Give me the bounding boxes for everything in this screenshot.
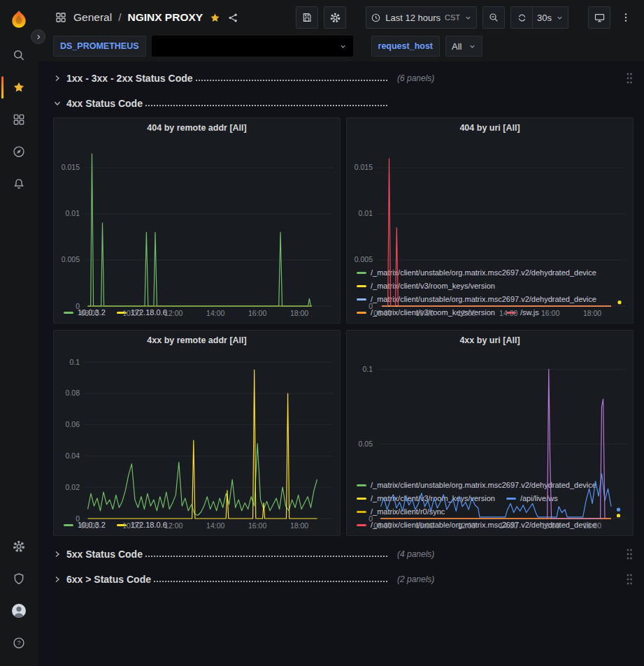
more-options-kebab-menu[interactable]: [617, 8, 634, 27]
refresh-icon: [517, 13, 527, 23]
panel-title[interactable]: 4xx by uri [All]: [347, 331, 633, 350]
breadcrumb-separator: /: [118, 11, 121, 24]
sidebar-item-help[interactable]: ?: [0, 627, 38, 659]
clock-icon: [371, 13, 381, 23]
star-filled-icon: [209, 12, 221, 24]
svg-text:14:00: 14:00: [206, 521, 224, 530]
panel-title[interactable]: 404 by uri [All]: [347, 118, 633, 138]
timeseries-chart[interactable]: 00.050.108:0010:0012:0014:0016:0018:00: [347, 350, 633, 478]
shield-icon: [12, 572, 26, 586]
zoom-out-icon: [488, 12, 499, 23]
refresh-interval-dropdown[interactable]: 30s: [533, 6, 568, 29]
refresh-dashboard-button[interactable]: [510, 6, 533, 29]
refresh-interval-value: 30s: [537, 13, 552, 23]
favorite-star-button[interactable]: [209, 12, 221, 24]
apps-icon: [55, 11, 67, 24]
svg-text:0.06: 0.06: [66, 420, 80, 428]
svg-text:08:00: 08:00: [373, 521, 392, 530]
svg-text:16:00: 16:00: [541, 521, 559, 530]
svg-text:10:00: 10:00: [415, 521, 434, 530]
main-area: General / NGINX PROXY: [38, 0, 644, 666]
timeseries-chart[interactable]: 00.020.040.060.080.108:0010:0012:0014:00…: [54, 350, 340, 518]
chevron-right-icon: [53, 575, 62, 584]
breadcrumb-folder[interactable]: General: [73, 11, 112, 24]
row-1xx-3xx-2xx[interactable]: 1xx - 3xx - 2xx Status Code (6 panels): [53, 67, 634, 89]
dashboard-canvas: 1xx - 3xx - 2xx Status Code (6 panels): [38, 61, 644, 666]
timeseries-chart[interactable]: 00.0050.010.01508:0010:0012:0014:0016:00…: [347, 138, 633, 266]
chevron-right-icon: [53, 550, 62, 558]
dashboards-grid-icon: [12, 113, 26, 126]
row-drag-handle[interactable]: [625, 572, 634, 586]
share-icon: [227, 12, 239, 24]
chevron-down-icon: [468, 43, 476, 50]
navbar-actions: Last 12 hours CST: [296, 6, 634, 29]
sidebar-item-alerting[interactable]: [0, 168, 38, 200]
row-4xx[interactable]: 4xx Status Code: [53, 92, 634, 115]
grafana-app: ? General / NGINX PROXY: [0, 0, 644, 666]
sidebar-item-profile[interactable]: [0, 595, 38, 627]
time-range-label: Last 12 hours: [385, 13, 441, 23]
svg-text:10:00: 10:00: [415, 309, 434, 317]
sidebar-item-explore[interactable]: [0, 136, 38, 168]
grafana-logo[interactable]: [0, 4, 38, 35]
chevron-down-icon: [556, 14, 564, 22]
zoom-out-time-button[interactable]: [482, 6, 505, 29]
save-dashboard-button[interactable]: [296, 6, 318, 29]
row-panel-count: (2 panels): [397, 574, 434, 584]
share-dashboard-button[interactable]: [227, 12, 239, 24]
svg-text:14:00: 14:00: [499, 309, 517, 317]
sidebar-item-configuration[interactable]: [0, 530, 38, 563]
panel-title[interactable]: 4xx by remote addr [All]: [54, 331, 340, 350]
bell-icon: [12, 177, 26, 191]
request-host-select[interactable]: All: [445, 36, 482, 57]
sidebar-item-search[interactable]: [0, 39, 38, 71]
sidebar-item-server-admin[interactable]: [0, 563, 38, 595]
row-title: 5xx Status Code: [66, 549, 143, 560]
refresh-group: 30s: [510, 6, 568, 29]
row-6xx[interactable]: 6xx > Status Code (2 panels): [53, 568, 634, 591]
row-panel-count: (4 panels): [397, 549, 434, 559]
variable-label-ds-prometheus[interactable]: DS_PROMETHEUS: [53, 36, 146, 57]
panel-title[interactable]: 404 by remote addr [All]: [54, 118, 340, 138]
row-drag-handle[interactable]: [625, 547, 634, 561]
row-5xx[interactable]: 5xx Status Code (4 panels): [53, 543, 634, 565]
svg-text:18:00: 18:00: [583, 521, 601, 530]
sidebar-expand-button[interactable]: [31, 29, 45, 44]
chevron-right-icon: [35, 34, 42, 41]
svg-text:16:00: 16:00: [248, 521, 266, 530]
row-dotted-leader: [154, 581, 387, 582]
svg-text:0.005: 0.005: [62, 255, 80, 263]
svg-text:0.1: 0.1: [69, 358, 80, 366]
chevron-right-icon: [53, 74, 62, 82]
svg-text:?: ?: [17, 639, 20, 646]
variable-label-request-host[interactable]: request_host: [371, 36, 441, 57]
dashboard-variables-bar: DS_PROMETHEUS request_host All: [38, 35, 644, 61]
time-range-picker[interactable]: Last 12 hours CST: [366, 6, 477, 29]
dashboard-settings-button[interactable]: [324, 6, 346, 29]
cycle-view-mode-button[interactable]: [588, 6, 610, 29]
svg-text:0.01: 0.01: [359, 209, 373, 217]
star-icon: [12, 80, 26, 94]
kebab-icon: [620, 11, 631, 24]
svg-text:08:00: 08:00: [80, 309, 99, 317]
request-host-value: All: [452, 41, 461, 52]
svg-text:0: 0: [76, 302, 80, 310]
sidebar: ?: [0, 0, 38, 666]
grafana-flame-icon: [8, 9, 29, 30]
row-drag-handle[interactable]: [625, 71, 634, 85]
svg-text:18:00: 18:00: [290, 521, 308, 530]
svg-text:0.015: 0.015: [62, 163, 80, 171]
gear-icon: [329, 12, 341, 24]
timeseries-chart[interactable]: 00.0050.010.01508:0010:0012:0014:0016:00…: [54, 138, 340, 305]
page-title[interactable]: NGINX PROXY: [127, 11, 203, 24]
sidebar-item-dashboards[interactable]: [0, 103, 38, 136]
svg-text:0.015: 0.015: [355, 163, 373, 171]
svg-text:0.02: 0.02: [66, 483, 80, 491]
sidebar-item-starred[interactable]: [0, 71, 38, 103]
svg-text:0.08: 0.08: [66, 389, 80, 397]
panel-404-by-uri: 404 by uri [All] 00.0050.010.01508:0010:…: [346, 117, 634, 324]
datasource-select[interactable]: [152, 36, 353, 57]
panel-404-by-remote-addr: 404 by remote addr [All] 00.0050.010.015…: [53, 117, 341, 324]
compass-icon: [12, 145, 26, 159]
svg-text:08:00: 08:00: [80, 521, 99, 530]
